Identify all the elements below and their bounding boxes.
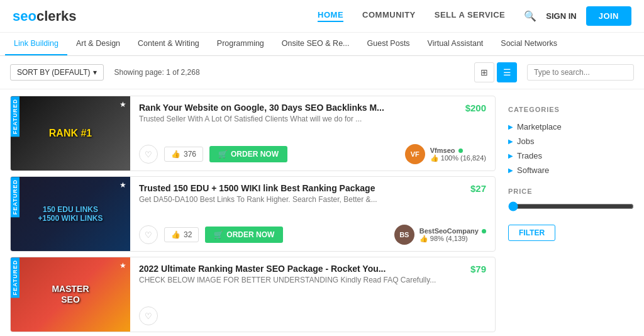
listing-title: Rank Your Website on Google, 30 Days SEO… [139,103,384,113]
listing-desc: Get DA50-DA100 Best Links To Rank Higher… [139,195,377,204]
sidebar-item-label: Trades [517,151,542,160]
thumbup-icon: 👍 [171,230,180,239]
logo-seo: seo [13,8,36,24]
arrow-icon: ▶ [508,138,513,145]
listing-top: Rank Your Website on Google, 30 Days SEO… [139,103,486,123]
listing-card: FEATURED MASTERSEO ★ 2022 Ultimate Ranki… [10,257,496,332]
seller-info: VF Vfmseo 👍 100% (16,824) [405,144,486,164]
filter-button[interactable]: FILTER [508,225,555,241]
online-indicator [482,229,486,233]
arrow-icon: ▶ [508,152,513,159]
view-toggle: ⊞ ☰ [474,62,517,82]
listing-body: Rank Your Website on Google, 30 Days SEO… [130,96,495,171]
list-icon: ☰ [503,67,511,77]
heart-icon: ♡ [145,230,152,240]
cart-icon: 🛒 [218,150,228,159]
cat-content-writing[interactable]: Content & Writing [129,33,208,55]
listing-bottom: ♡ 👍 376 🛒 ORDER NOW VF [139,144,486,164]
order-label: ORDER NOW [226,230,274,239]
listing-bottom: ♡ [139,306,486,325]
favorite-button[interactable]: ♡ [139,225,158,244]
heart-icon: ♡ [145,150,152,159]
star-icon: ★ [119,181,126,189]
listing-desc: Trusted Seller With A Lot Of Satisfied C… [139,115,384,123]
listing-desc: CHECK BELOW IMAGE FOR BETTER UNDERSTANDI… [139,276,436,284]
signin-button[interactable]: SIGN IN [546,11,576,21]
star-icon: ★ [119,261,126,270]
thumb-text: MASTERSEO [52,284,89,305]
cat-social-networks[interactable]: Social Networks [492,33,566,55]
list-view-button[interactable]: ☰ [497,62,517,82]
sidebar-item-label: Software [517,165,549,175]
sidebar-item-marketplace[interactable]: ▶ Marketplace [508,120,634,134]
listing-thumbnail: FEATURED RANK #1 ★ [11,96,130,171]
favorite-button[interactable]: ♡ [139,145,158,164]
like-button[interactable]: 👍 32 [164,227,199,242]
sort-label: SORT BY (DEFAULT) [17,68,90,77]
thumb-text: RANK #1 [49,127,92,139]
featured-badge: FEATURED [11,177,19,217]
logo[interactable]: seoclerks [13,8,77,25]
grid-icon: ⊞ [480,67,488,77]
sidebar-item-label: Marketplace [517,122,562,132]
heart-icon: ♡ [145,311,152,321]
header-actions: 🔍 SIGN IN JOIN [524,6,631,26]
nav-home[interactable]: HOME [318,10,343,22]
seller-rating: 98% (4,139) [430,235,468,242]
cat-link-building[interactable]: Link Building [5,33,67,55]
seller-name: Vfmseo [430,147,455,154]
featured-badge: FEATURED [11,257,19,298]
listing-card: FEATURED 150 EDU LINKS+1500 WIKI LINKS ★… [10,176,496,252]
cat-onsite-seo[interactable]: Onsite SEO & Re... [273,33,358,55]
seller-name: BestSeoCompany [419,227,479,235]
cat-guest-posts[interactable]: Guest Posts [358,33,419,55]
price-slider[interactable] [508,201,634,211]
rating-thumb-icon: 👍 [430,154,439,162]
order-button[interactable]: 🛒 ORDER NOW [209,146,287,162]
sort-button[interactable]: SORT BY (DEFAULT) ▾ [10,64,104,81]
categories-section-title: CATEGORIES [508,106,634,113]
grid-view-button[interactable]: ⊞ [474,62,494,82]
listings: FEATURED RANK #1 ★ Rank Your Website on … [10,96,496,332]
cat-art-design[interactable]: Art & Design [67,33,129,55]
thumbup-icon: 👍 [171,150,180,159]
seller-avatar: BS [394,225,414,245]
favorite-button[interactable]: ♡ [139,306,158,325]
sidebar-item-label: Jobs [517,137,534,146]
price-section-title: PRICE [508,188,634,195]
logo-clerks: clerks [36,8,77,24]
featured-badge: FEATURED [11,96,19,137]
join-button[interactable]: JOIN [586,6,631,26]
listing-thumbnail: FEATURED MASTERSEO ★ [11,257,130,332]
listing-thumbnail: FEATURED 150 EDU LINKS+1500 WIKI LINKS ★ [11,177,130,251]
order-label: ORDER NOW [231,150,279,159]
listing-title: 2022 Ultimate Ranking Master SEO Package… [139,264,436,274]
listing-body: 2022 Ultimate Ranking Master SEO Package… [130,257,495,332]
search-input[interactable] [527,64,634,81]
listing-title: Trusted 150 EDU + 1500 WIKI link Best Ra… [139,183,377,193]
seller-avatar: VF [405,144,425,164]
cat-virtual-assistant[interactable]: Virtual Assistant [419,33,492,55]
like-count: 376 [184,150,196,159]
main-nav: HOME COMMUNITY SELL A SERVICE [318,10,505,22]
like-button[interactable]: 👍 376 [164,147,203,162]
listing-top: Trusted 150 EDU + 1500 WIKI link Best Ra… [139,183,486,204]
cat-programming[interactable]: Programming [208,33,273,55]
listing-card: FEATURED RANK #1 ★ Rank Your Website on … [10,96,496,171]
sidebar-item-jobs[interactable]: ▶ Jobs [508,134,634,148]
main-content: FEATURED RANK #1 ★ Rank Your Website on … [0,89,644,336]
search-icon-button[interactable]: 🔍 [524,10,536,22]
nav-community[interactable]: COMMUNITY [362,10,416,22]
listing-price: $79 [470,264,486,274]
arrow-icon: ▶ [508,167,513,174]
order-button[interactable]: 🛒 ORDER NOW [205,227,283,243]
sidebar-item-trades[interactable]: ▶ Trades [508,148,634,163]
sidebar-item-software[interactable]: ▶ Software [508,163,634,177]
nav-sell[interactable]: SELL A SERVICE [435,10,505,22]
online-indicator [458,148,463,153]
seller-avatar-image: VF [411,150,419,158]
toolbar: SORT BY (DEFAULT) ▾ Showing page: 1 of 2… [0,56,644,89]
sort-chevron-icon: ▾ [93,68,97,77]
listing-bottom: ♡ 👍 32 🛒 ORDER NOW BS [139,225,486,245]
price-slider-container [508,201,634,213]
